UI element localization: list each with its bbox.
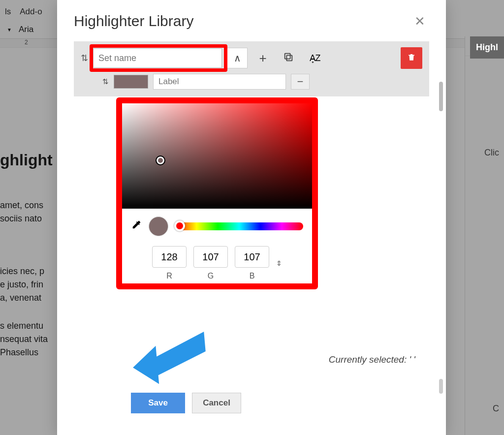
sidebar-tab-highlight[interactable]: Highl: [470, 36, 504, 59]
chevron-up-icon: ∧: [234, 52, 241, 64]
label-row: ⇅ −: [74, 74, 429, 96]
blue-input[interactable]: [235, 246, 269, 268]
annotation-arrow: [132, 325, 211, 386]
sort-az-button[interactable]: A͎Z: [304, 53, 326, 63]
save-button[interactable]: Save: [131, 393, 185, 413]
cancel-button[interactable]: Cancel: [192, 393, 241, 413]
green-input[interactable]: [193, 246, 228, 268]
add-button[interactable]: +: [252, 48, 273, 68]
color-swatch[interactable]: [114, 75, 148, 89]
saturation-cursor[interactable]: [157, 156, 164, 164]
svg-marker-2: [132, 332, 208, 384]
red-label: R: [166, 272, 172, 280]
hue-slider[interactable]: [175, 222, 303, 230]
reorder-handle-icon[interactable]: ⇅: [102, 77, 109, 86]
eyedropper-icon[interactable]: [131, 219, 142, 233]
label-input[interactable]: [153, 74, 286, 90]
trash-icon: [407, 53, 416, 64]
delete-set-button[interactable]: [401, 47, 422, 69]
copy-button[interactable]: [278, 48, 299, 68]
sidebar-text-click: Clic: [484, 148, 499, 158]
scrollbar-thumb-bottom[interactable]: [439, 379, 443, 394]
reorder-handle-icon[interactable]: ⇅: [81, 53, 88, 63]
plus-icon: +: [259, 51, 266, 66]
svg-rect-0: [286, 55, 292, 61]
green-label: G: [208, 272, 214, 280]
modal-title: Highlighter Library: [74, 13, 193, 30]
sidebar-text-c: C: [493, 404, 499, 414]
color-mode-toggle[interactable]: ⇕: [276, 259, 282, 267]
close-icon[interactable]: ✕: [410, 13, 429, 30]
minus-icon: −: [297, 75, 304, 88]
set-name-input[interactable]: [93, 48, 222, 68]
red-input[interactable]: [152, 246, 187, 268]
hue-slider-thumb[interactable]: [174, 220, 185, 231]
copy-icon: [283, 52, 294, 65]
currently-selected-label: Currently selected: ' ': [329, 354, 415, 365]
set-row: ⇅ ∧ + A͎Z: [74, 41, 429, 74]
scrollbar-thumb[interactable]: [439, 82, 443, 111]
current-color-preview: [149, 217, 168, 236]
remove-label-button[interactable]: −: [291, 74, 310, 90]
collapse-button[interactable]: ∧: [227, 48, 248, 68]
saturation-lightness-area[interactable]: [122, 103, 312, 209]
blue-label: B: [250, 272, 255, 280]
svg-rect-1: [285, 53, 290, 59]
color-picker: R G B ⇕: [116, 97, 318, 289]
